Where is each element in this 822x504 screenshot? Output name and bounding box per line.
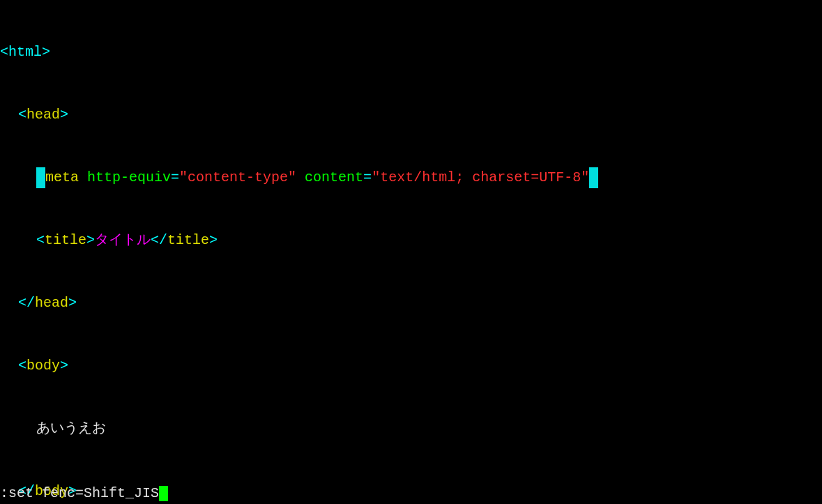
tag-name: html bbox=[8, 44, 42, 60]
bracket: < bbox=[0, 44, 8, 60]
command-text: :set fenc=Shift_JIS bbox=[0, 485, 159, 501]
bracket: > bbox=[209, 232, 218, 248]
code-line-3: meta http-equiv="content-type" content="… bbox=[0, 167, 822, 188]
bracket: </ bbox=[18, 295, 35, 311]
tag-name: head bbox=[35, 295, 68, 311]
equals: = bbox=[363, 169, 372, 185]
bracket: > bbox=[86, 232, 95, 248]
code-line-7: あいうえお bbox=[0, 418, 822, 439]
matchparen-highlight bbox=[36, 167, 45, 188]
tag-name: body bbox=[26, 358, 60, 374]
code-line-2: <head> bbox=[0, 105, 822, 125]
command-line[interactable]: :set fenc=Shift_JIS bbox=[0, 483, 822, 504]
bracket: > bbox=[60, 107, 68, 123]
attr-value: "content-type" bbox=[179, 169, 296, 185]
bracket: < bbox=[18, 358, 26, 374]
equals: = bbox=[171, 169, 179, 185]
tag-name: title bbox=[167, 232, 209, 248]
bracket: > bbox=[68, 295, 77, 311]
tag-name: meta bbox=[45, 169, 79, 185]
bracket: > bbox=[60, 358, 68, 374]
bracket: < bbox=[36, 232, 45, 248]
editor-area[interactable]: <html> <head> meta http-equiv="content-t… bbox=[0, 0, 822, 504]
matchparen-highlight bbox=[589, 167, 598, 188]
body-content: あいうえお bbox=[36, 420, 106, 436]
tag-name: title bbox=[45, 232, 86, 248]
bracket: > bbox=[42, 44, 50, 60]
attr-value: "text/html; charset=UTF-8" bbox=[372, 169, 589, 185]
bracket: < bbox=[18, 107, 26, 123]
cursor-icon bbox=[159, 486, 168, 501]
bracket: </ bbox=[151, 232, 167, 248]
code-line-5: </head> bbox=[0, 293, 822, 314]
code-line-1: <html> bbox=[0, 42, 822, 63]
code-line-4: <title>タイトル</title> bbox=[0, 230, 822, 251]
tag-name: head bbox=[26, 107, 60, 123]
attr-name: content bbox=[296, 169, 363, 185]
title-content: タイトル bbox=[95, 232, 151, 248]
code-line-6: <body> bbox=[0, 356, 822, 376]
attr-name: http-equiv bbox=[79, 169, 171, 185]
